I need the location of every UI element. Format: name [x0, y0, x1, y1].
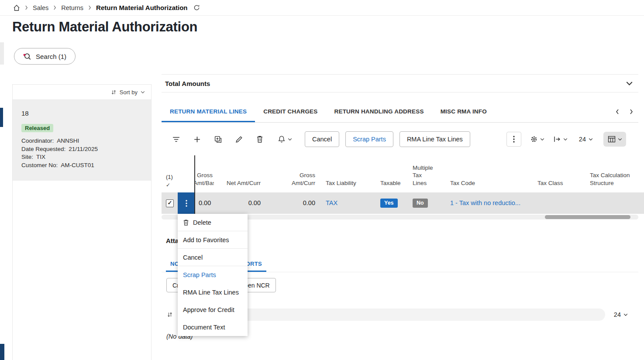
- sort-by-label: Sort by: [120, 89, 138, 96]
- total-amounts-section: Total Amounts: [162, 74, 638, 93]
- taxable-badge: Yes: [380, 199, 398, 208]
- col-taxable[interactable]: Taxable: [372, 179, 407, 192]
- delete-icon[interactable]: [255, 132, 265, 147]
- cell-gross-amt-base: 0.00: [195, 199, 214, 207]
- column-resize-indicator: [194, 155, 195, 214]
- tab-return-material-lines[interactable]: RETURN MATERIAL LINES: [162, 101, 255, 122]
- settings-icon[interactable]: [530, 135, 544, 143]
- tabs-scroll-right-icon[interactable]: [630, 109, 633, 114]
- record-id: 18: [21, 110, 142, 117]
- search-icon: [23, 52, 31, 61]
- status-badge: Released: [21, 124, 53, 132]
- table-header-row: (1) ✓ Gross Amt/Base Net Amt/Curr Gross …: [162, 155, 644, 192]
- field-coordinator: Coordinator:ANNSHI: [21, 137, 142, 145]
- menu-item-scrap-parts[interactable]: Scrap Parts: [178, 266, 248, 284]
- breadcrumb-returns[interactable]: Returns: [61, 4, 83, 11]
- tab-misc-rma-info[interactable]: MISC RMA INFO: [432, 101, 495, 122]
- chevron-right-icon: [25, 5, 28, 10]
- breadcrumb-sales[interactable]: Sales: [33, 4, 48, 11]
- trash-icon: [183, 219, 189, 226]
- multiple-tax-lines-badge: No: [413, 199, 428, 208]
- expand-total-amounts-icon[interactable]: [626, 81, 633, 86]
- left-rail: [0, 42, 4, 65]
- scrap-parts-button[interactable]: Scrap Parts: [345, 131, 393, 147]
- menu-item-approve-for-credit[interactable]: Approve for Credit: [178, 301, 248, 319]
- tab-credit-charges[interactable]: CREDIT CHARGES: [255, 101, 326, 122]
- chevron-right-icon: [88, 5, 91, 10]
- page-title: Return Material Authorization: [12, 19, 197, 35]
- col-gross-amt-curr[interactable]: Gross Amt/Curr: [268, 171, 322, 192]
- home-icon[interactable]: [13, 4, 20, 11]
- sort-by-control[interactable]: Sort by: [13, 85, 151, 100]
- col-net-amt-curr[interactable]: Net Amt/Curr: [214, 179, 268, 192]
- ncr-page-size-select[interactable]: 24: [614, 311, 628, 318]
- cancel-button[interactable]: Cancel: [305, 131, 339, 147]
- col-tax-class[interactable]: Tax Class: [534, 179, 586, 192]
- total-amounts-title: Total Amounts: [165, 80, 210, 87]
- cell-net-amt-curr: 0.00: [214, 199, 268, 207]
- add-row-icon[interactable]: [192, 132, 202, 147]
- row-menu-icon[interactable]: [178, 192, 195, 214]
- horizontal-scrollbar-thumb[interactable]: [545, 215, 630, 219]
- menu-item-document-text[interactable]: Document Text: [178, 319, 248, 336]
- edit-icon[interactable]: [234, 132, 244, 147]
- check-icon: ✓: [168, 199, 172, 207]
- field-date-requested: Date Requested:21/11/2025: [21, 145, 142, 154]
- sort-icon: [111, 89, 117, 95]
- check-icon: ✓: [166, 182, 174, 189]
- row-menu-header: [178, 187, 195, 192]
- lines-toolbar: Cancel Scrap Parts RMA Line Tax Lines 24: [162, 129, 638, 149]
- return-material-lines-table: (1) ✓ Gross Amt/Base Net Amt/Curr Gross …: [162, 155, 644, 214]
- select-all-header[interactable]: (1) ✓: [162, 173, 178, 192]
- cell-gross-amt-curr: 0.00: [268, 199, 322, 207]
- col-tax-code[interactable]: Tax Code: [447, 179, 534, 192]
- row-context-menu: Delete Add to Favorites Cancel Scrap Par…: [178, 214, 248, 336]
- menu-item-rma-line-tax-lines[interactable]: RMA Line Tax Lines: [178, 284, 248, 301]
- tab-return-handling-address[interactable]: RETURN HANDLING ADDRESS: [326, 101, 432, 122]
- menu-item-add-to-favorites[interactable]: Add to Favorites: [178, 231, 248, 249]
- notifications-icon[interactable]: [276, 132, 293, 147]
- search-button-label: Search (1): [36, 53, 66, 60]
- menu-item-delete[interactable]: Delete: [178, 214, 248, 231]
- filter-icon[interactable]: [171, 132, 181, 147]
- nav-edge-block: [0, 344, 4, 360]
- export-icon[interactable]: [553, 136, 568, 143]
- col-gross-amt-base[interactable]: Gross Amt/Base: [195, 171, 214, 192]
- record-card-18[interactable]: 18 Released Coordinator:ANNSHI Date Requ…: [13, 100, 151, 181]
- table-row[interactable]: ✓ 0.00 0.00 0.00 TAX Yes No 1 - Tax with…: [162, 192, 644, 214]
- row-checkbox[interactable]: ✓: [166, 199, 174, 207]
- col-multiple-tax-lines[interactable]: Multiple Tax Lines: [407, 164, 447, 192]
- page-size-select[interactable]: 24: [579, 136, 593, 143]
- chevron-down-icon: [141, 91, 145, 94]
- breadcrumb-current[interactable]: Return Material Authorization: [96, 4, 187, 11]
- breadcrumb: Sales Returns Return Material Authorizat…: [0, 0, 644, 16]
- record-list-panel: Sort by 18 Released Coordinator:ANNSHI D…: [12, 84, 152, 360]
- ncr-sort-icon[interactable]: [167, 312, 173, 318]
- detail-tabbar: RETURN MATERIAL LINES CREDIT CHARGES RET…: [162, 101, 638, 123]
- field-site: Site:TIX: [21, 153, 142, 161]
- rma-line-tax-lines-button[interactable]: RMA Line Tax Lines: [399, 131, 470, 147]
- col-tax-liability[interactable]: Tax Liability: [322, 179, 372, 192]
- field-customer-no: Customer No:AM-CUST01: [21, 161, 142, 170]
- chevron-right-icon: [53, 5, 56, 10]
- cell-tax-liability-link[interactable]: TAX: [326, 199, 337, 206]
- duplicate-row-icon[interactable]: [213, 132, 223, 147]
- cell-tax-code-link[interactable]: 1 - Tax with no reductio...: [450, 199, 520, 206]
- view-mode-grid-icon[interactable]: [603, 132, 626, 147]
- refresh-icon[interactable]: [193, 4, 200, 11]
- search-button[interactable]: Search (1): [14, 48, 76, 65]
- selection-indicator: [0, 108, 3, 127]
- col-tax-calculation-structure[interactable]: Tax Calculation Structure: [586, 171, 644, 192]
- tabs-scroll-left-icon[interactable]: [616, 109, 619, 114]
- menu-item-cancel[interactable]: Cancel: [178, 249, 248, 266]
- more-options-icon[interactable]: [506, 132, 521, 147]
